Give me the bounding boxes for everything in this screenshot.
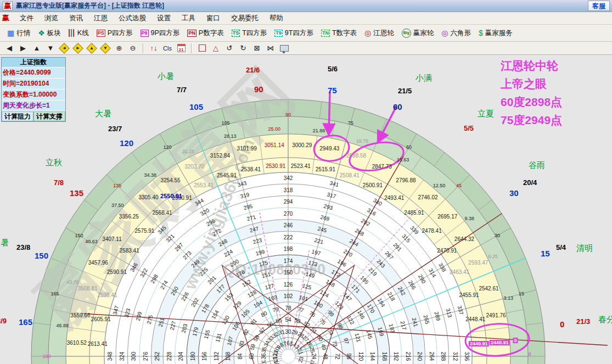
calendar-button[interactable]: 21: [175, 43, 187, 54]
window-title: 赢家江恩专业版[赢家服务平台] - [上证指数 江恩轮]: [16, 1, 164, 10]
toolbar-label: 六角形: [451, 29, 471, 38]
zoom-out-button[interactable]: ⊖: [127, 43, 139, 54]
red-square-button[interactable]: [196, 43, 208, 54]
forward-button[interactable]: ▶: [17, 43, 29, 54]
toolbar-label: T四方形: [242, 29, 267, 38]
winner-wheel-icon: Big: [402, 29, 411, 38]
menu-item-10[interactable]: 帮助: [265, 12, 288, 25]
down-button[interactable]: ▼: [44, 43, 57, 54]
diamond-down-button[interactable]: ▼: [99, 43, 111, 54]
title-bar: 赢 赢家江恩专业版[赢家服务平台] - [上证指数 江恩轮] 客服: [0, 0, 612, 12]
note-line-4: 75度2949点: [501, 111, 562, 129]
toolbar-button-行情[interactable]: ▦行情: [3, 27, 34, 39]
panel-row-3: 变换系数=1.00000: [2, 89, 65, 100]
rotate-cw-button[interactable]: ↻: [237, 43, 249, 54]
note-line-1: 江恩轮中轮: [501, 57, 562, 75]
chart-toolbar: ◀▶▲▼◄►▲▼⊕⊖↑↓Cls21△↺↻⊠⋈: [0, 42, 612, 55]
menu-item-5[interactable]: 公式选股: [114, 12, 151, 25]
t9-badge-icon: T9: [274, 30, 283, 37]
toolbar-label: 赢家轮: [413, 29, 434, 38]
ps-badge-icon: PS: [97, 30, 105, 37]
menu-item-3[interactable]: 资讯: [64, 12, 88, 25]
ts-badge-icon: TS: [232, 30, 240, 37]
kline-icon: [69, 29, 75, 37]
p9-badge-icon: P9: [141, 30, 149, 37]
diamond-left-button[interactable]: ◄: [58, 43, 70, 54]
diamond-right-icon: ►: [72, 43, 83, 54]
toolbar-button-9T四方形[interactable]: T99T四方形: [271, 27, 317, 39]
panel-title: 上证指数: [2, 58, 65, 68]
instrument-panel: 上证指数 价格=2440.9099时间=20190104变换系数=1.00000…: [1, 57, 66, 122]
panel-row-4: 周天变化步长=1: [2, 100, 65, 111]
toolbar-label: 江恩轮: [373, 29, 394, 38]
diamond-left-icon: ◄: [59, 43, 70, 54]
toolbar-label: 板块: [47, 29, 61, 38]
toolbar-button-六角形[interactable]: ◎六角形: [437, 27, 475, 39]
quote-grid-icon: ▦: [7, 29, 14, 37]
toolbar-button-江恩轮[interactable]: ◎江恩轮: [361, 27, 398, 39]
toolbar-button-9P四方形[interactable]: P99P四方形: [137, 27, 184, 39]
dollar-icon: $: [479, 29, 483, 37]
annotation-note: 江恩轮中轮上帝之眼60度2898点75度2949点: [501, 57, 562, 129]
calendar-icon: 21: [177, 44, 186, 52]
toolbar-separator: [143, 43, 144, 53]
toolbar-label: 行情: [16, 29, 30, 38]
gann-wheel-icon: ◎: [364, 29, 371, 37]
gann-wheel-chart: 赢家财富网www.yingjia360.comQQ:10080036023123…: [0, 55, 612, 364]
up-button[interactable]: ▲: [31, 43, 43, 54]
toolbar-separator: [191, 43, 192, 53]
menu-item-2[interactable]: 浏览: [40, 12, 63, 25]
toolbar-label: P四方形: [108, 29, 133, 38]
fit-button[interactable]: ⋈: [265, 43, 277, 54]
screen-icon: [280, 45, 289, 52]
red-triangle-button[interactable]: △: [210, 43, 222, 54]
menu-item-6[interactable]: 设置: [152, 12, 176, 25]
app-logo-icon: 赢: [3, 1, 13, 10]
toolbar-button-P四方形[interactable]: PSP四方形: [93, 27, 137, 39]
menu-bar: 赢 文件浏览资讯江恩公式选股设置工具窗口交易委托帮助: [0, 12, 612, 25]
diamond-up-button[interactable]: ▲: [86, 43, 98, 54]
toolbar-label: 9P四方形: [151, 29, 180, 38]
calc-support-button[interactable]: 计算支撑: [33, 111, 65, 121]
panel-row-2: 时间=20190104: [2, 79, 65, 89]
toolbar-button-T数字表[interactable]: TNT数字表: [317, 27, 361, 39]
toolbar-label: 9T四方形: [285, 29, 313, 38]
toolbar-button-T四方形[interactable]: TST四方形: [228, 27, 271, 39]
diamond-right-button[interactable]: ►: [72, 43, 84, 54]
toolbar-button-P数字表[interactable]: PNP数字表: [183, 27, 227, 39]
pn-badge-icon: PN: [187, 30, 196, 37]
diamond-up-icon: ▲: [86, 43, 97, 54]
calc-resistance-button[interactable]: 计算阻力: [2, 111, 33, 121]
note-line-2: 上帝之眼: [501, 75, 562, 93]
toolbar-button-赢家轮[interactable]: Big赢家轮: [398, 27, 438, 39]
panel-row-1: 价格=2440.9099: [2, 68, 65, 79]
select-box-button[interactable]: ⊠: [251, 43, 263, 54]
toolbar-button-赢家服务[interactable]: $赢家服务: [475, 27, 516, 39]
customer-service-button[interactable]: 客服: [588, 1, 610, 11]
toolbar-button-板块[interactable]: ❖板块: [34, 27, 65, 39]
menu-item-4[interactable]: 江恩: [89, 12, 113, 25]
main-toolbar: ▦行情❖板块K线PSP四方形P99P四方形PNP数字表TST四方形T99T四方形…: [0, 25, 612, 42]
screen-button[interactable]: [278, 43, 290, 54]
updown-arrows-button[interactable]: ↑↓: [148, 43, 160, 54]
blocks-icon: ❖: [38, 29, 45, 37]
back-button[interactable]: ◀: [3, 43, 15, 54]
menu-item-9[interactable]: 交易委托: [226, 12, 263, 25]
toolbar-label: T数字表: [332, 29, 357, 38]
toolbar-label: K线: [77, 29, 89, 38]
menu-item-8[interactable]: 窗口: [201, 12, 225, 25]
cls-button[interactable]: Cls: [161, 43, 173, 54]
red-square-icon: [199, 44, 206, 52]
menu-item-7[interactable]: 工具: [177, 12, 200, 25]
menu-logo-icon: 赢: [2, 13, 9, 23]
toolbar-button-K线[interactable]: K线: [65, 27, 93, 39]
note-line-3: 60度2898点: [501, 93, 562, 111]
hexagon-icon: ◎: [441, 29, 448, 37]
diamond-down-icon: ▼: [100, 43, 111, 54]
tn-badge-icon: TN: [321, 30, 330, 37]
toolbar-label: 赢家服务: [485, 29, 513, 38]
menu-item-1[interactable]: 文件: [15, 12, 38, 25]
toolbar-label: P数字表: [199, 29, 224, 38]
rotate-ccw-button[interactable]: ↺: [223, 43, 235, 54]
zoom-in-button[interactable]: ⊕: [113, 43, 125, 54]
